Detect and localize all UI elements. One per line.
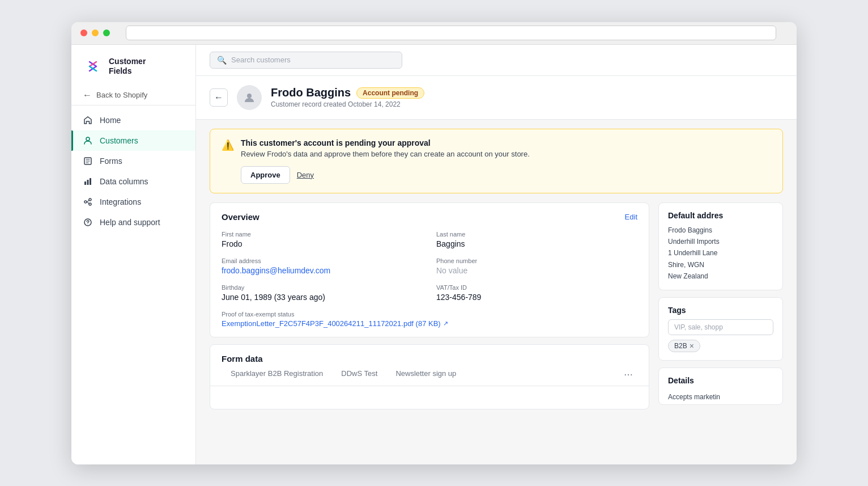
home-icon bbox=[83, 115, 93, 125]
form-data-header: Form data bbox=[210, 345, 649, 364]
email-value[interactable]: frodo.baggins@heliumdev.com bbox=[222, 266, 423, 275]
email-field: Email address frodo.baggins@heliumdev.co… bbox=[222, 257, 423, 275]
accepts-marketing: Accepts marketin bbox=[659, 390, 782, 404]
first-name-value: Frodo bbox=[222, 239, 423, 248]
approve-button[interactable]: Approve bbox=[241, 166, 290, 184]
customers-icon bbox=[83, 136, 93, 146]
banner-title: This customer's account is pending your … bbox=[241, 138, 771, 147]
back-button[interactable]: ← bbox=[210, 88, 228, 107]
customer-header: ← Frodo Baggins Account pending Customer… bbox=[196, 76, 797, 120]
logo-text: Customer Fields bbox=[109, 57, 146, 76]
last-name-value: Baggins bbox=[436, 239, 637, 248]
banner-desc: Review Frodo's data and approve them bef… bbox=[241, 150, 771, 158]
svg-point-0 bbox=[84, 57, 102, 75]
details-card: Details Accepts marketin bbox=[658, 367, 783, 405]
tag-chip-b2b: B2B × bbox=[668, 340, 700, 352]
tags-chips: B2B × bbox=[668, 340, 773, 352]
overview-card-header: Overview Edit bbox=[210, 203, 649, 222]
back-to-shopify[interactable]: ← Back to Shopify bbox=[71, 86, 195, 105]
banner-actions: Approve Deny bbox=[241, 166, 771, 184]
help-icon bbox=[83, 217, 93, 227]
overview-card: Overview Edit First name Frodo bbox=[210, 202, 649, 337]
warning-icon: ⚠️ bbox=[222, 139, 234, 151]
sidebar: Customer Fields ← Back to Shopify Home bbox=[71, 45, 196, 464]
vat-field: VAT/Tax ID 123-456-789 bbox=[436, 284, 637, 302]
maximize-dot[interactable] bbox=[103, 29, 110, 36]
vat-value: 123-456-789 bbox=[436, 293, 637, 302]
svg-point-6 bbox=[84, 201, 87, 203]
default-address-card: Default addres Frodo Baggins Underhill I… bbox=[658, 202, 783, 291]
tags-card: Tags VIP, sale, shopp B2B × bbox=[658, 297, 783, 361]
svg-rect-5 bbox=[90, 178, 91, 185]
sidebar-item-data-columns[interactable]: Data columns bbox=[71, 171, 195, 192]
form-tabs: Sparklayer B2B Registration DDwS Test Ne… bbox=[210, 364, 649, 386]
sidebar-item-help-support[interactable]: Help and support bbox=[71, 212, 195, 233]
data-columns-icon bbox=[83, 176, 93, 187]
overview-fields: First name Frodo Last name Baggins Email… bbox=[222, 231, 637, 328]
tab-sparklayer[interactable]: Sparklayer B2B Registration bbox=[222, 364, 332, 386]
phone-value: No value bbox=[436, 266, 637, 275]
customer-name: Frodo Baggins bbox=[271, 86, 351, 99]
tax-label: Proof of tax-exempt status bbox=[222, 311, 637, 318]
status-badge: Account pending bbox=[356, 87, 424, 99]
first-name-label: First name bbox=[222, 231, 423, 238]
right-sidebar: Default addres Frodo Baggins Underhill I… bbox=[658, 202, 783, 455]
forms-icon bbox=[83, 156, 93, 166]
overview-title: Overview bbox=[222, 212, 259, 222]
avatar bbox=[237, 85, 262, 110]
tags-body: VIP, sale, shopp B2B × bbox=[659, 319, 782, 360]
address-bar[interactable] bbox=[126, 26, 776, 40]
close-dot[interactable] bbox=[80, 29, 87, 36]
sidebar-item-integrations[interactable]: Integrations bbox=[71, 192, 195, 212]
main-column: Overview Edit First name Frodo bbox=[210, 202, 649, 455]
two-col-layout: Overview Edit First name Frodo bbox=[196, 202, 797, 464]
birthday-label: Birthday bbox=[222, 284, 423, 291]
last-name-label: Last name bbox=[436, 231, 637, 238]
birthday-value: June 01, 1989 (33 years ago) bbox=[222, 293, 423, 302]
overview-card-body: First name Frodo Last name Baggins Email… bbox=[210, 222, 649, 337]
tab-newsletter[interactable]: Newsletter sign up bbox=[386, 364, 465, 386]
svg-point-10 bbox=[87, 223, 88, 224]
phone-label: Phone number bbox=[436, 257, 637, 264]
address-text: Frodo Baggins Underhill Imports 1 Underh… bbox=[668, 225, 773, 282]
sidebar-item-customers[interactable]: Customers bbox=[71, 130, 195, 151]
default-address-body: Frodo Baggins Underhill Imports 1 Underh… bbox=[659, 225, 782, 290]
default-address-title: Default addres bbox=[659, 203, 782, 225]
main-content: 🔍 Search customers ← Frodo Baggins Accou… bbox=[196, 45, 797, 464]
back-arrow-icon: ← bbox=[83, 90, 92, 100]
svg-point-7 bbox=[89, 198, 91, 201]
email-label: Email address bbox=[222, 257, 423, 264]
overview-edit-link[interactable]: Edit bbox=[625, 213, 637, 221]
form-tabs-more[interactable]: ⋯ bbox=[619, 364, 637, 386]
tab-ddws[interactable]: DDwS Test bbox=[332, 364, 386, 386]
last-name-field: Last name Baggins bbox=[436, 231, 637, 248]
birthday-field: Birthday June 01, 1989 (33 years ago) bbox=[222, 284, 423, 302]
sidebar-item-home[interactable]: Home bbox=[71, 110, 195, 130]
minimize-dot[interactable] bbox=[92, 29, 99, 36]
tags-placeholder: VIP, sale, shopp bbox=[674, 323, 723, 331]
app-logo-icon bbox=[83, 56, 103, 77]
tag-remove-b2b[interactable]: × bbox=[690, 342, 694, 350]
sidebar-nav: Home Customers Forms bbox=[71, 110, 195, 233]
integrations-icon bbox=[83, 197, 93, 207]
tax-file-link[interactable]: ExemptionLetter_F2C57F4P3F_400264211_111… bbox=[222, 319, 637, 328]
form-data-body bbox=[210, 386, 649, 409]
details-title: Details bbox=[659, 368, 782, 390]
tags-title: Tags bbox=[659, 298, 782, 319]
search-box[interactable]: 🔍 Search customers bbox=[210, 52, 402, 69]
tax-exempt-field: Proof of tax-exempt status ExemptionLett… bbox=[222, 311, 637, 328]
sidebar-item-forms[interactable]: Forms bbox=[71, 151, 195, 171]
sidebar-logo: Customer Fields bbox=[71, 45, 195, 86]
svg-point-1 bbox=[86, 137, 90, 141]
svg-rect-3 bbox=[84, 181, 86, 185]
search-bar: 🔍 Search customers bbox=[196, 45, 797, 76]
customer-meta: Customer record created October 14, 2022 bbox=[271, 100, 783, 108]
form-data-card: Form data Sparklayer B2B Registration DD… bbox=[210, 344, 649, 409]
deny-button[interactable]: Deny bbox=[297, 171, 314, 179]
svg-point-8 bbox=[89, 203, 91, 205]
search-placeholder: Search customers bbox=[231, 56, 291, 64]
tags-input[interactable]: VIP, sale, shopp bbox=[668, 319, 773, 335]
external-link-icon: ↗ bbox=[443, 320, 448, 327]
banner-content: This customer's account is pending your … bbox=[241, 138, 771, 184]
svg-point-11 bbox=[247, 94, 252, 98]
